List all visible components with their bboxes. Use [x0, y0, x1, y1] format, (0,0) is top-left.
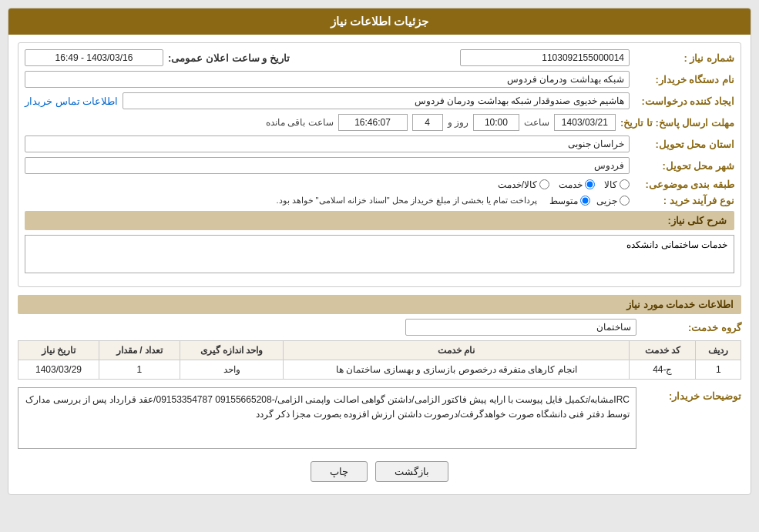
purchase-type-label: نوع فرآیند خرید :: [634, 195, 734, 206]
buyer-notes-label: توضیحات خریدار:: [641, 390, 741, 402]
city-value: فردوس: [25, 157, 630, 174]
creator-value: هاشیم خدیوی صندوقدار شبکه بهداشت ودرمان …: [123, 92, 630, 109]
province-value: خراسان جنوبی: [25, 136, 630, 152]
col-unit: واحد اندازه گیری: [180, 341, 283, 360]
cell-row: 1: [696, 360, 741, 380]
cell-unit: واحد: [180, 360, 283, 380]
purchase-option-motovaset: متوسط: [549, 196, 590, 206]
purchase-radio-jozi[interactable]: [620, 196, 630, 206]
province-label: استان محل تحویل:: [634, 139, 734, 150]
category-radio-kala[interactable]: [620, 179, 630, 189]
need-desc-textarea[interactable]: خدمات ساختمانی دانشکده: [25, 235, 734, 273]
col-code: کد خدمت: [630, 341, 696, 360]
deadline-label: مهلت ارسال پاسخ: تا تاریخ:: [620, 117, 734, 129]
page-title: جزئیات اطلاعات نیاز: [8, 8, 751, 35]
deadline-time: 10:00: [473, 114, 519, 131]
need-desc-section-title: شرح کلی نیاز:: [25, 211, 734, 230]
col-row: ردیف: [696, 341, 741, 360]
category-option-khedmat: خدمت: [559, 179, 595, 190]
purchase-label-jozi: جزیی: [596, 196, 617, 206]
deadline-remaining: 16:46:07: [338, 114, 408, 131]
buyer-org-value: شبکه بهداشت ودرمان فردوس: [25, 71, 630, 88]
need-number-label: شماره نیاز :: [634, 52, 734, 64]
table-row: 1 ج-44 انجام کارهای متفرقه درخصوص بازساز…: [18, 360, 741, 380]
deadline-days-label: روز و: [448, 117, 468, 128]
cell-name: انجام کارهای متفرقه درخصوص بازسازی و بهس…: [284, 360, 630, 380]
category-option-kala-khedmat: کالا/خدمت: [498, 179, 549, 190]
deadline-days: 4: [412, 114, 443, 131]
category-radio-khedmat[interactable]: [585, 179, 595, 189]
contact-link[interactable]: اطلاعات تماس خریدار: [25, 95, 118, 107]
category-label: طبقه بندی موضوعی:: [634, 179, 734, 190]
services-table: ردیف کد خدمت نام خدمت واحد اندازه گیری ت…: [18, 340, 741, 380]
category-radio-kala-khedmat[interactable]: [539, 179, 549, 189]
back-button[interactable]: بازگشت: [375, 461, 448, 482]
buyer-org-label: نام دستگاه خریدار:: [634, 74, 734, 85]
announce-value: 1403/03/16 - 16:49: [25, 49, 163, 66]
cell-code: ج-44: [630, 360, 696, 380]
need-number-value: 1103092155000014: [460, 49, 630, 66]
category-label-khedmat: خدمت: [559, 179, 583, 190]
creator-label: ایجاد کننده درخواست:: [634, 95, 734, 107]
purchase-radio-motovaset[interactable]: [580, 196, 590, 206]
purchase-label-motovaset: متوسط: [549, 196, 578, 206]
category-label-kala-khedmat: کالا/خدمت: [498, 179, 537, 190]
button-row: بازگشت چاپ: [18, 457, 741, 487]
deadline-date: 1403/03/21: [554, 114, 616, 131]
category-option-kala: کالا: [604, 179, 630, 190]
services-section-title: اطلاعات خدمات مورد نیاز: [18, 295, 741, 314]
cell-date: 1403/03/29: [18, 360, 99, 380]
group-label: گروه خدمت:: [641, 322, 741, 333]
deadline-remaining-label: ساعت باقی مانده: [266, 117, 334, 128]
announce-label: تاریخ و ساعت اعلان عمومی:: [168, 52, 290, 64]
col-name: نام خدمت: [284, 341, 630, 360]
category-radio-group: کالا خدمت کالا/خدمت: [25, 179, 630, 190]
col-qty: تعداد / مقدار: [99, 341, 180, 360]
purchase-type-group: جزیی متوسط پرداخت تمام یا بخشی از مبلغ خ…: [25, 196, 630, 206]
deadline-time-label: ساعت: [524, 117, 549, 128]
buyer-notes-value: IRCمشابه/تکمیل فایل پیوست با ارایه پیش ف…: [18, 387, 636, 449]
category-label-kala: کالا: [604, 179, 617, 190]
purchase-option-jozi: جزیی: [596, 196, 630, 206]
col-date: تاریخ نیاز: [18, 341, 99, 360]
city-label: شهر محل تحویل:: [634, 160, 734, 172]
cell-qty: 1: [99, 360, 180, 380]
print-button[interactable]: چاپ: [311, 461, 368, 482]
purchase-note: پرداخت تمام یا بخشی از مبلغ خریداز محل "…: [276, 196, 537, 206]
group-value: ساختمان: [405, 319, 636, 336]
